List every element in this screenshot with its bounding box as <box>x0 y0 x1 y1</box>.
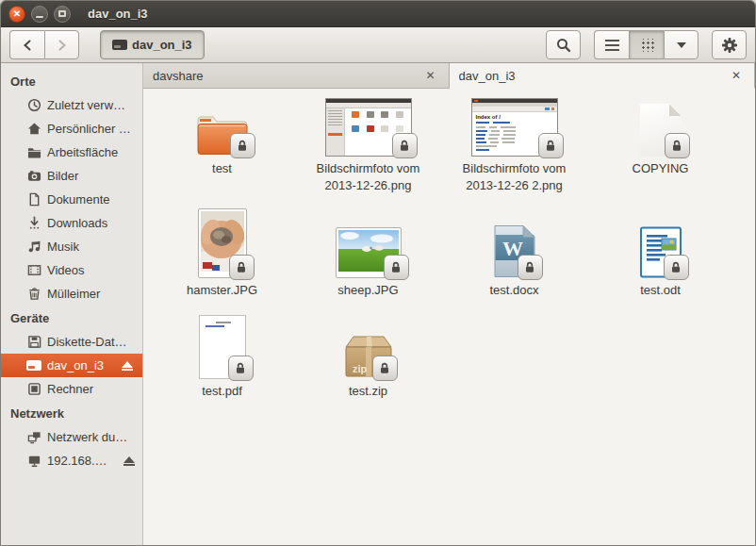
documents-icon <box>26 192 41 207</box>
file-label: Bildschirmfoto vom 2013-12-26 2.png <box>452 160 578 193</box>
tab-davshare[interactable]: davshare ✕ <box>143 63 450 88</box>
titlebar[interactable]: ✕ dav_on_i3 <box>1 1 755 27</box>
search-button[interactable] <box>546 30 581 59</box>
sidebar-header-geraete: Geräte <box>1 306 142 330</box>
sidebar-item-netzwerk-durchsuchen[interactable]: Netzwerk du… <box>1 425 142 449</box>
file-hamster-jpg[interactable]: hamster.JPG <box>149 212 295 311</box>
lock-emblem <box>664 255 689 280</box>
file-test-docx[interactable]: W test.docx <box>441 212 587 311</box>
file-sheep-jpg[interactable]: sheep.JPG <box>295 212 441 311</box>
window-maximize-button[interactable] <box>54 6 71 23</box>
sidebar-item-dav-on-i3[interactable]: dav_on_i3 <box>1 354 142 377</box>
downloads-icon <box>26 216 41 231</box>
pictures-icon <box>26 169 41 184</box>
file-label: test <box>212 160 232 177</box>
sidebar-item-label: Mülleimer <box>47 287 100 301</box>
zip-archive-icon: zip <box>339 311 398 379</box>
chevron-right-icon <box>58 40 67 51</box>
view-button-group <box>594 30 698 59</box>
path-button-label: dav_on_i3 <box>132 38 192 52</box>
network-icon <box>26 430 41 445</box>
sidebar-item-label: Videos <box>47 263 85 277</box>
view-options-dropdown[interactable] <box>664 30 698 59</box>
sidebar-item-zuletzt-verwendet[interactable]: Zuletzt verw… <box>1 93 142 117</box>
svg-text:zip: zip <box>353 363 368 374</box>
path-button-dav-on-i3[interactable]: dav_on_i3 <box>100 30 205 59</box>
minimize-icon <box>36 16 43 18</box>
sidebar-item-label: Arbeitsfläche <box>47 145 118 159</box>
sidebar-item-downloads[interactable]: Downloads <box>1 211 142 235</box>
screenshot-thumbnail: Index of / <box>471 94 558 157</box>
file-label: hamster.JPG <box>187 282 257 299</box>
file-bildschirmfoto-1[interactable]: Bildschirmfoto vom 2013-12-26.png <box>295 94 441 212</box>
floppy-icon <box>26 335 41 350</box>
sidebar-item-label: Musik <box>47 240 79 254</box>
file-manager-window: ✕ dav_on_i3 dav_on_i3 <box>0 0 756 546</box>
thumbnail-title: Index of / <box>476 114 553 121</box>
list-view-button[interactable] <box>594 30 629 59</box>
sidebar-item-192-168[interactable]: 192.168.… <box>1 449 142 472</box>
tab-label: davshare <box>153 69 421 83</box>
file-test-folder[interactable]: test <box>149 94 295 212</box>
sidebar-item-label: Dokumente <box>47 192 109 207</box>
videos-icon <box>26 263 41 278</box>
recent-icon <box>26 98 41 113</box>
computer-icon <box>26 382 41 397</box>
lock-emblem <box>230 133 255 158</box>
eject-icon[interactable] <box>122 361 133 371</box>
lock-emblem <box>228 356 254 381</box>
sidebar-item-bilder[interactable]: Bilder <box>1 164 142 188</box>
sidebar-item-rechner[interactable]: Rechner <box>1 377 142 401</box>
sidebar-header-netzwerk: Netzwerk <box>1 401 142 425</box>
file-label: COPYING <box>633 160 689 177</box>
eject-icon[interactable] <box>123 456 135 466</box>
sidebar-item-muelleimer[interactable]: Mülleimer <box>1 282 142 306</box>
screenshot-thumbnail <box>325 94 412 157</box>
tab-close-icon[interactable]: ✕ <box>728 67 745 84</box>
sidebar-item-label: Bilder <box>47 169 78 183</box>
chevron-left-icon <box>23 40 32 51</box>
music-icon <box>26 240 41 255</box>
grid-view-button[interactable] <box>629 30 664 59</box>
harddisk-icon <box>112 40 127 50</box>
odt-document-icon <box>639 212 682 278</box>
sidebar-item-dokumente[interactable]: Dokumente <box>1 188 142 211</box>
file-test-zip[interactable]: zip test.zip <box>295 311 441 410</box>
forward-button[interactable] <box>44 30 79 59</box>
tab-dav-on-i3[interactable]: dav_on_i3 ✕ <box>450 63 756 89</box>
file-copying[interactable]: COPYING <box>587 94 733 212</box>
search-icon <box>556 38 571 53</box>
nav-button-group <box>9 30 79 59</box>
close-icon: ✕ <box>13 9 21 19</box>
settings-button[interactable] <box>712 30 747 59</box>
file-test-pdf[interactable]: test.pdf <box>149 311 295 410</box>
toolbar: dav_on_i3 <box>1 27 755 63</box>
tab-bar: davshare ✕ dav_on_i3 ✕ <box>143 63 755 89</box>
file-bildschirmfoto-2[interactable]: Index of / <box>441 94 587 212</box>
harddisk-icon <box>26 358 41 373</box>
lock-emblem <box>384 255 409 280</box>
window-close-button[interactable]: ✕ <box>8 6 25 23</box>
toolbar-right-cluster <box>546 30 747 59</box>
back-button[interactable] <box>9 30 44 59</box>
sidebar-item-persoenlicher-ordner[interactable]: Persönlicher … <box>1 117 142 141</box>
desktop-folder-icon <box>26 145 41 160</box>
tab-close-icon[interactable]: ✕ <box>421 67 438 84</box>
lock-emblem <box>229 255 255 280</box>
lock-emblem <box>518 255 543 280</box>
sidebar-item-arbeitsflaeche[interactable]: Arbeitsfläche <box>1 141 142 164</box>
file-label: test.docx <box>489 282 538 299</box>
home-icon <box>26 122 41 137</box>
file-label: test.zip <box>349 383 387 400</box>
sidebar-item-musik[interactable]: Musik <box>1 235 142 258</box>
file-label: Bildschirmfoto vom 2013-12-26.png <box>305 160 432 193</box>
word-document-icon: W <box>493 212 536 278</box>
file-label: sheep.JPG <box>337 282 398 299</box>
file-test-odt[interactable]: test.odt <box>587 212 733 311</box>
lock-emblem <box>538 133 564 158</box>
window-minimize-button[interactable] <box>31 6 48 23</box>
sidebar-item-diskette[interactable]: Diskette-Dat… <box>1 330 142 354</box>
file-label: test.odt <box>640 282 681 299</box>
sidebar-item-label: dav_on_i3 <box>47 358 104 372</box>
sidebar-item-videos[interactable]: Videos <box>1 258 142 282</box>
